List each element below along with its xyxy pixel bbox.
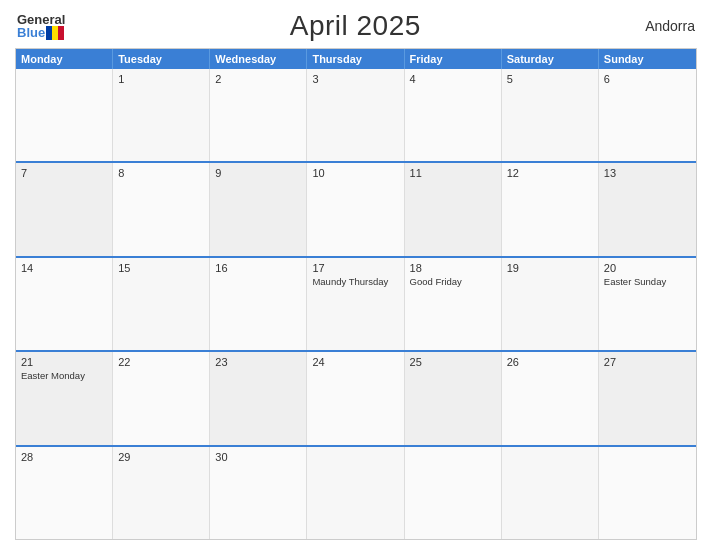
week5-sun: [599, 447, 696, 539]
svg-rect-1: [52, 26, 58, 40]
week3-sat: 19: [502, 258, 599, 350]
week4-mon: 21 Easter Monday: [16, 352, 113, 444]
calendar-header-row: Monday Tuesday Wednesday Thursday Friday…: [16, 49, 696, 69]
week3-mon: 14: [16, 258, 113, 350]
week3-thu: 17 Maundy Thursday: [307, 258, 404, 350]
logo-flag-icon: [46, 26, 64, 40]
week4-wed: 23: [210, 352, 307, 444]
week1-mon: [16, 69, 113, 161]
week1-sat: 5: [502, 69, 599, 161]
week3-fri: 18 Good Friday: [405, 258, 502, 350]
week4-thu: 24: [307, 352, 404, 444]
calendar-title: April 2025: [290, 10, 421, 42]
header-tuesday: Tuesday: [113, 49, 210, 69]
week3-wed: 16: [210, 258, 307, 350]
week2-fri: 11: [405, 163, 502, 255]
week5-tue: 29: [113, 447, 210, 539]
week4-fri: 25: [405, 352, 502, 444]
week2-thu: 10: [307, 163, 404, 255]
week1-sun: 6: [599, 69, 696, 161]
week2-tue: 8: [113, 163, 210, 255]
page: General Blue April 2025 Andorra Monday T…: [0, 0, 712, 550]
week3-sun: 20 Easter Sunday: [599, 258, 696, 350]
header-sunday: Sunday: [599, 49, 696, 69]
week1-tue: 1: [113, 69, 210, 161]
week5-fri: [405, 447, 502, 539]
week2-sat: 12: [502, 163, 599, 255]
week3-tue: 15: [113, 258, 210, 350]
week4-sat: 26: [502, 352, 599, 444]
week5-mon: 28: [16, 447, 113, 539]
logo: General Blue: [17, 13, 65, 40]
week1-fri: 4: [405, 69, 502, 161]
week5-sat: [502, 447, 599, 539]
svg-rect-2: [58, 26, 64, 40]
header-wednesday: Wednesday: [210, 49, 307, 69]
svg-rect-0: [46, 26, 52, 40]
header: General Blue April 2025 Andorra: [15, 10, 697, 42]
week1-wed: 2: [210, 69, 307, 161]
week4-sun: 27: [599, 352, 696, 444]
week-5: 28 29 30: [16, 447, 696, 539]
header-friday: Friday: [405, 49, 502, 69]
calendar: Monday Tuesday Wednesday Thursday Friday…: [15, 48, 697, 540]
country-label: Andorra: [645, 18, 695, 34]
week-1: 1 2 3 4 5 6: [16, 69, 696, 163]
calendar-body: 1 2 3 4 5 6 7 8 9 10 11 12 13 14 15 16: [16, 69, 696, 539]
week1-thu: 3: [307, 69, 404, 161]
week5-thu: [307, 447, 404, 539]
header-thursday: Thursday: [307, 49, 404, 69]
week2-wed: 9: [210, 163, 307, 255]
header-saturday: Saturday: [502, 49, 599, 69]
logo-general: General: [17, 13, 65, 26]
week2-sun: 13: [599, 163, 696, 255]
week-3: 14 15 16 17 Maundy Thursday 18 Good Frid…: [16, 258, 696, 352]
logo-blue: Blue: [17, 26, 45, 39]
week4-tue: 22: [113, 352, 210, 444]
week-4: 21 Easter Monday 22 23 24 25 26 27: [16, 352, 696, 446]
week2-mon: 7: [16, 163, 113, 255]
week-2: 7 8 9 10 11 12 13: [16, 163, 696, 257]
header-monday: Monday: [16, 49, 113, 69]
week5-wed: 30: [210, 447, 307, 539]
